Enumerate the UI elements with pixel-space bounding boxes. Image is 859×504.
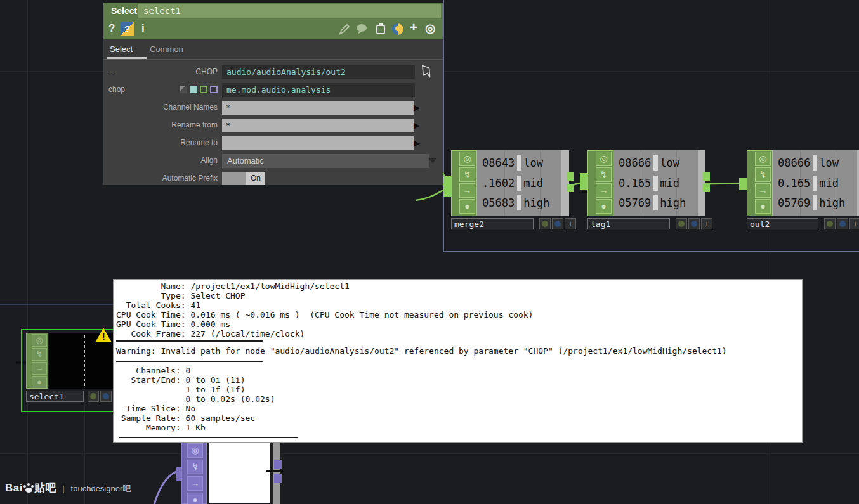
tab-common[interactable]: Common bbox=[150, 44, 183, 54]
channel-names-field[interactable]: * bbox=[222, 101, 414, 115]
bypass-flag-icon[interactable]: ● bbox=[32, 376, 47, 389]
channel-label: high bbox=[523, 197, 549, 209]
output-connector[interactable] bbox=[274, 460, 282, 469]
node-lag1[interactable]: ◎ ↯ → ● 08666low 0.165mid 05769high lag1… bbox=[587, 150, 705, 231]
parameter-dialog[interactable]: Select select1 ? ? i + ◎ Select Common —… bbox=[103, 3, 443, 185]
menu-arrow-button[interactable]: ▶ bbox=[414, 137, 426, 150]
add-parameter-icon[interactable]: + bbox=[410, 20, 417, 35]
node-viewer[interactable]: 08666low 0.165mid 05769high bbox=[773, 150, 857, 216]
viewer-flag-icon[interactable]: ◎ bbox=[459, 152, 475, 166]
export-flag-icon[interactable]: → bbox=[187, 476, 203, 491]
viewer-flag-icon[interactable]: ◎ bbox=[755, 152, 771, 166]
node-out2[interactable]: ◎ ↯ → ● 08666low 0.165mid 05769high out2… bbox=[747, 150, 859, 231]
channel-value: 08666 bbox=[619, 157, 651, 169]
expand-flag-button[interactable]: + bbox=[565, 218, 576, 229]
mode-expression-square[interactable] bbox=[190, 86, 197, 93]
render-flag-button[interactable] bbox=[676, 218, 687, 229]
cook-flag-icon[interactable]: ↯ bbox=[187, 460, 203, 474]
node-select1[interactable]: ◎ ↯ → ● select1 bbox=[26, 333, 113, 404]
popup-channel-info: Channels: 0 Start/End: 0 to 0i (1i) 1 to… bbox=[116, 366, 275, 432]
network-editor[interactable]: ◎ ↯ → ● 08643low .1602mid 05683high merg… bbox=[0, 0, 859, 504]
watermark-brand-cn: 贴吧 bbox=[34, 482, 56, 494]
mode-constant-square[interactable] bbox=[180, 86, 187, 93]
expand-flag-button[interactable]: + bbox=[849, 218, 859, 229]
chop-path-field[interactable]: audio/audioAnalysis/out2 bbox=[222, 65, 415, 79]
strip-divider bbox=[266, 470, 284, 472]
rename-to-field[interactable] bbox=[222, 136, 414, 150]
param-row-rename-from: Rename from * ▶ bbox=[103, 118, 443, 133]
export-flag-icon[interactable]: → bbox=[755, 183, 771, 198]
popup-divider bbox=[119, 437, 298, 438]
output-connector[interactable] bbox=[274, 474, 282, 483]
viewer-flag-icon[interactable]: ◎ bbox=[187, 443, 203, 458]
dialog-titlebar[interactable]: Select select1 bbox=[103, 3, 443, 20]
output-connector[interactable] bbox=[703, 184, 710, 192]
node-viewer[interactable] bbox=[209, 442, 270, 503]
export-flag-icon[interactable]: → bbox=[32, 362, 47, 375]
viewer-flag-icon[interactable]: ◎ bbox=[32, 334, 47, 347]
operator-name-field[interactable]: select1 bbox=[138, 4, 441, 18]
node-picker-arrow-icon[interactable] bbox=[419, 65, 434, 80]
menu-arrow-button[interactable]: ▶ bbox=[414, 119, 426, 132]
bypass-flag-icon[interactable]: ● bbox=[459, 199, 475, 214]
rename-from-field[interactable]: * bbox=[222, 119, 414, 132]
param-row-channel-names: Channel Names * ▶ bbox=[103, 100, 443, 115]
edit-pencil-icon[interactable] bbox=[338, 23, 351, 36]
wire-into-purple-node[interactable] bbox=[154, 471, 178, 504]
output-connector[interactable] bbox=[567, 184, 574, 192]
render-flag-button[interactable] bbox=[824, 218, 836, 229]
param-label: Channel Names bbox=[103, 103, 218, 112]
output-connector[interactable] bbox=[703, 172, 710, 181]
chop-expression-field[interactable]: me.mod.audio.analysis bbox=[222, 83, 415, 97]
channel-label: low bbox=[660, 157, 679, 169]
bypass-flag-icon[interactable]: ● bbox=[755, 199, 771, 214]
target-icon[interactable]: ◎ bbox=[425, 21, 436, 36]
python-icon[interactable] bbox=[391, 23, 404, 36]
popup-divider bbox=[116, 361, 263, 362]
node-viewer[interactable]: 08666low 0.165mid 05769high bbox=[613, 150, 698, 216]
cook-flag-icon[interactable]: ↯ bbox=[755, 167, 771, 182]
comment-icon[interactable] bbox=[355, 23, 368, 36]
render-flag-button[interactable] bbox=[539, 218, 551, 229]
node-name[interactable]: out2 bbox=[747, 218, 818, 229]
node-merge2[interactable]: ◎ ↯ → ● 08643low .1602mid 05683high merg… bbox=[451, 150, 569, 231]
viewer-flag-icon[interactable]: ◎ bbox=[596, 152, 612, 166]
mode-export-square[interactable] bbox=[200, 86, 207, 93]
dialog-tab-bar: Select Common bbox=[103, 39, 443, 61]
channel-slider bbox=[653, 176, 658, 191]
node-name[interactable]: select1 bbox=[26, 391, 84, 402]
display-flag-button[interactable] bbox=[837, 218, 848, 229]
channel-label: mid bbox=[523, 177, 543, 190]
export-flag-icon[interactable]: → bbox=[459, 183, 475, 198]
menu-arrow-button[interactable]: ▶ bbox=[414, 101, 426, 114]
node-viewer[interactable]: 08643low .1602mid 05683high bbox=[477, 150, 561, 216]
bypass-flag-icon[interactable]: ● bbox=[596, 199, 612, 214]
cook-flag-icon[interactable]: ↯ bbox=[32, 348, 47, 361]
toggle-track[interactable] bbox=[222, 172, 246, 185]
expand-flag-button[interactable]: + bbox=[701, 218, 712, 229]
toggle-state-label[interactable]: On bbox=[246, 172, 265, 185]
cook-flag-icon[interactable]: ↯ bbox=[459, 167, 475, 182]
export-flag-icon[interactable]: → bbox=[596, 183, 612, 198]
output-connector[interactable] bbox=[567, 172, 574, 181]
cook-flag-icon[interactable]: ↯ bbox=[596, 167, 612, 182]
param-row-chop-expression: chop me.mod.audio.analysis bbox=[103, 82, 443, 98]
help-button[interactable]: ? bbox=[108, 22, 115, 35]
tab-select[interactable]: Select bbox=[110, 44, 133, 54]
channel-value: 05683 bbox=[482, 197, 515, 209]
node-name[interactable]: merge2 bbox=[451, 218, 534, 229]
mode-bind-square[interactable] bbox=[210, 86, 218, 93]
display-flag-button[interactable] bbox=[100, 391, 112, 402]
node-dat-purple[interactable]: ◎ ↯ → ● bbox=[176, 441, 292, 504]
display-flag-button[interactable] bbox=[688, 218, 700, 229]
info-button[interactable]: i bbox=[141, 22, 145, 35]
align-dropdown[interactable]: Automatic bbox=[222, 154, 430, 168]
display-flag-button[interactable] bbox=[552, 218, 563, 229]
clipboard-icon[interactable] bbox=[374, 23, 387, 36]
python-help-button[interactable]: ? bbox=[121, 22, 134, 36]
render-flag-button[interactable] bbox=[88, 391, 99, 402]
channel-slider bbox=[653, 195, 658, 210]
param-row-rename-to: Rename to ▶ bbox=[103, 136, 443, 151]
node-name[interactable]: lag1 bbox=[587, 218, 670, 229]
bypass-flag-icon[interactable]: ● bbox=[187, 493, 203, 504]
